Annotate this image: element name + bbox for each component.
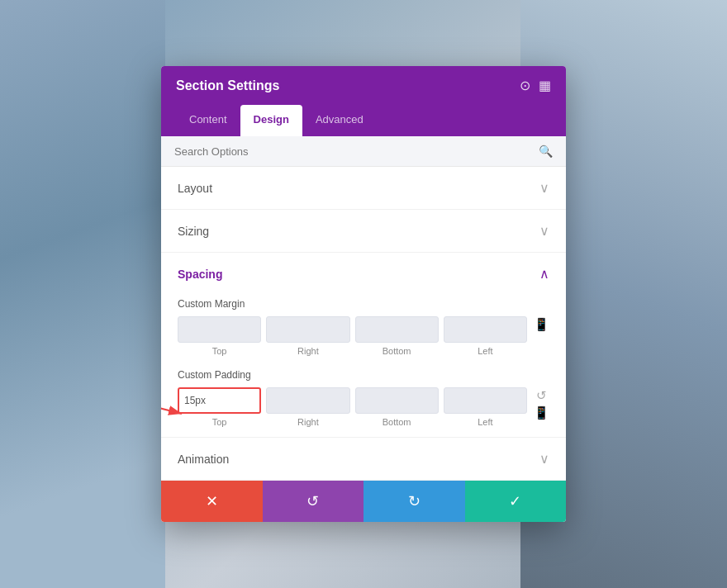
- padding-device-icon[interactable]: 📱: [534, 406, 549, 419]
- modal-title: Section Settings: [176, 78, 279, 93]
- layout-chevron-icon: ∨: [539, 180, 549, 196]
- header-icons: ⊙ ▦: [520, 78, 551, 93]
- margin-top-label: Top: [212, 346, 227, 356]
- padding-right-input[interactable]: [266, 387, 349, 414]
- padding-right-label: Right: [297, 417, 319, 427]
- margin-bottom-label: Bottom: [383, 346, 411, 356]
- tab-bar: Content Design Advanced: [161, 105, 566, 136]
- search-bar: 🔍: [161, 136, 566, 167]
- tab-content[interactable]: Content: [176, 105, 240, 136]
- spacing-content: Custom Margin Top Right: [161, 285, 566, 438]
- modal-header: Section Settings ⊙ ▦: [161, 66, 566, 105]
- custom-padding-label: Custom Padding: [178, 369, 549, 381]
- sizing-section-row[interactable]: Sizing ∨: [161, 210, 566, 253]
- custom-margin-group: Custom Margin Top Right: [178, 298, 549, 356]
- tab-design[interactable]: Design: [240, 105, 302, 136]
- section-settings-modal: Section Settings ⊙ ▦ Content Design Adva…: [161, 66, 566, 522]
- padding-top-item: Top: [178, 387, 261, 427]
- margin-device-icon[interactable]: 📱: [534, 318, 549, 330]
- padding-left-label: Left: [478, 417, 492, 427]
- padding-top-label: Top: [212, 417, 227, 427]
- padding-actions: ↺ 📱: [534, 387, 549, 419]
- spacing-section-row[interactable]: Spacing ∧: [161, 253, 566, 285]
- save-button[interactable]: ✓: [465, 481, 567, 522]
- redo-button[interactable]: ↻: [364, 481, 465, 522]
- layout-icon[interactable]: ▦: [539, 78, 551, 93]
- padding-inputs: Top Right Bottom: [178, 387, 527, 427]
- search-input[interactable]: [174, 145, 539, 158]
- margin-right-item: Right: [266, 316, 349, 356]
- margin-top-item: Top: [178, 316, 261, 356]
- padding-left-item: Left: [444, 387, 527, 427]
- margin-left-label: Left: [478, 346, 492, 356]
- animation-chevron-icon: ∨: [539, 451, 549, 467]
- spacing-label: Spacing: [178, 268, 222, 281]
- padding-left-input[interactable]: [444, 387, 527, 414]
- modal-footer: ✕ ↺ ↻ ✓: [161, 481, 566, 522]
- margin-bottom-input[interactable]: [355, 316, 439, 343]
- padding-bottom-item: Bottom: [355, 387, 439, 427]
- margin-left-item: Left: [444, 316, 527, 356]
- animation-label: Animation: [178, 453, 229, 466]
- padding-bottom-label: Bottom: [383, 417, 411, 427]
- search-icon: 🔍: [539, 145, 553, 158]
- layout-label: Layout: [178, 182, 212, 195]
- padding-bottom-input[interactable]: [355, 387, 439, 414]
- layout-section-row[interactable]: Layout ∨: [161, 167, 566, 210]
- sizing-label: Sizing: [178, 225, 209, 238]
- settings-icon[interactable]: ⊙: [520, 78, 530, 93]
- cancel-button[interactable]: ✕: [161, 481, 263, 522]
- custom-padding-group: Custom Padding Top Right: [178, 369, 549, 427]
- margin-right-input[interactable]: [266, 316, 349, 343]
- tab-advanced[interactable]: Advanced: [302, 105, 377, 136]
- animation-section-row[interactable]: Animation ∨: [161, 438, 566, 481]
- padding-right-item: Right: [266, 387, 349, 427]
- margin-right-label: Right: [297, 346, 319, 356]
- margin-actions: 📱: [534, 316, 549, 330]
- padding-reset-icon[interactable]: ↺: [536, 389, 547, 401]
- margin-top-input[interactable]: [178, 316, 261, 343]
- modal-body: Layout ∨ Sizing ∨ Spacing ∧ Custom Margi…: [161, 167, 566, 481]
- padding-top-input[interactable]: [178, 387, 261, 414]
- margin-left-input[interactable]: [444, 316, 527, 343]
- margin-field-row: Top Right Bottom: [178, 316, 549, 356]
- sizing-chevron-icon: ∨: [539, 223, 549, 239]
- reset-button[interactable]: ↺: [263, 481, 364, 522]
- padding-field-row: Top Right Bottom: [178, 387, 549, 427]
- custom-margin-label: Custom Margin: [178, 298, 549, 310]
- spacing-chevron-icon: ∧: [539, 266, 549, 282]
- margin-inputs: Top Right Bottom: [178, 316, 527, 356]
- margin-bottom-item: Bottom: [355, 316, 439, 356]
